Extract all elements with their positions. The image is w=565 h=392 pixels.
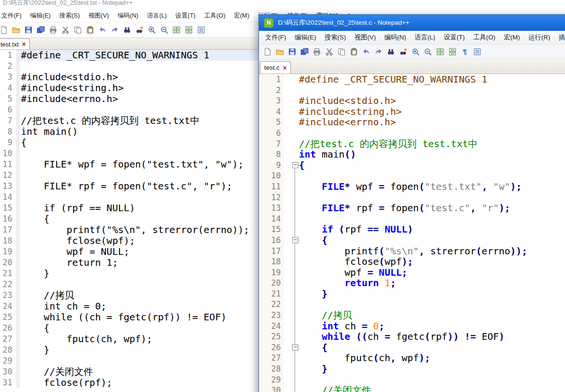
copy-icon[interactable]: [336, 47, 347, 57]
new-file-icon[interactable]: [0, 25, 9, 36]
replace-icon[interactable]: [398, 47, 408, 57]
menu-item[interactable]: 编码(N): [380, 33, 410, 42]
fold-collapse-icon[interactable]: [292, 345, 298, 351]
token-pln: [299, 309, 322, 321]
menu-item[interactable]: 运行(R): [524, 33, 555, 42]
save-icon[interactable]: [287, 47, 297, 57]
copy-icon[interactable]: [72, 25, 83, 36]
sync-h-icon[interactable]: [183, 25, 194, 36]
fold-margin: [284, 256, 296, 267]
menu-item[interactable]: 文件(F): [0, 11, 26, 20]
notepadpp-window-test-c[interactable]: N D:\码云库\2022\test_02_25\test.c - Notepa…: [259, 14, 565, 392]
token-kw: NULL: [385, 224, 408, 235]
token-op: ((: [356, 331, 367, 342]
cut-icon[interactable]: [324, 47, 334, 57]
zoom-in-icon[interactable]: [410, 47, 421, 57]
menu-item[interactable]: 文件(F): [261, 33, 290, 42]
open-folder-icon[interactable]: [274, 47, 285, 57]
menu-item[interactable]: 插件(P): [555, 33, 565, 42]
token-pln: wpf: [350, 181, 379, 192]
redo-icon[interactable]: [109, 25, 120, 36]
fold-margin: [284, 353, 296, 364]
token-pln: wpf: [299, 267, 368, 278]
code-text: //把test.c 的内容拷贝到 test.txt中: [296, 139, 565, 149]
doc-list-icon[interactable]: [195, 25, 206, 36]
undo-icon[interactable]: [97, 25, 108, 36]
sync-h-icon[interactable]: [447, 47, 458, 57]
fold-collapse-icon[interactable]: [292, 237, 298, 243]
fold-line: [295, 331, 295, 342]
menu-item[interactable]: 编辑(E): [290, 33, 320, 42]
sync-v-icon[interactable]: [171, 25, 182, 36]
menu-item[interactable]: 搜索(S): [55, 11, 84, 20]
line-number: 29: [0, 355, 16, 366]
menu-item[interactable]: 编辑(E): [26, 11, 55, 20]
line-number: 1: [259, 74, 284, 85]
menu-item[interactable]: 语言(L): [410, 33, 440, 42]
token-op: =: [385, 331, 390, 342]
fold-line: [295, 310, 295, 321]
zoom-out-icon[interactable]: [158, 25, 169, 36]
find-icon[interactable]: [121, 25, 132, 36]
token-pln: errno: [482, 245, 510, 257]
menu-item[interactable]: 宏(M): [500, 33, 524, 42]
menu-item[interactable]: 编码(N): [113, 11, 143, 20]
save-all-icon[interactable]: [299, 47, 310, 57]
fold-margin: [284, 149, 296, 160]
menu-item[interactable]: 设置(T): [440, 33, 469, 42]
undo-icon[interactable]: [361, 47, 371, 57]
open-folder-icon[interactable]: [10, 25, 21, 36]
code-line: 11 FILE* wpf = fopen("test.txt", "w");: [259, 181, 565, 192]
line-number: 4: [0, 83, 16, 93]
token-pln: fclose: [299, 256, 379, 267]
menu-item[interactable]: 工具(O): [469, 33, 500, 42]
menu-item[interactable]: 宏(M): [230, 11, 254, 20]
replace-icon[interactable]: [134, 25, 145, 36]
menu-item[interactable]: 语言(L): [143, 11, 171, 20]
paste-icon[interactable]: [84, 25, 95, 36]
sync-v-icon[interactable]: [435, 47, 445, 57]
code-line: 7//把test.c 的内容拷贝到 test.txt中: [259, 139, 565, 149]
code-line: 27 fputc(ch, wpf);: [259, 353, 565, 364]
token-op: (: [425, 331, 430, 342]
line-number: 5: [0, 93, 16, 104]
fold-collapse-icon[interactable]: [292, 162, 298, 168]
menu-item[interactable]: 视图(V): [84, 11, 113, 20]
window-title-bar[interactable]: N D:\码云库\2022\test_02_25\test.c - Notepa…: [259, 15, 565, 31]
fold-margin: [284, 342, 296, 353]
cut-icon[interactable]: [60, 25, 71, 36]
show-symbol-icon[interactable]: ¶: [459, 47, 470, 57]
menu-item[interactable]: 工具(O): [200, 11, 230, 20]
token-op: (: [419, 181, 425, 192]
doc-list-icon[interactable]: [472, 47, 482, 57]
save-all-icon[interactable]: [35, 25, 46, 36]
code-text: {: [296, 342, 565, 353]
code-editor[interactable]: 1#define _CRT_SECURE_NO_WARNINGS 123#inc…: [259, 74, 565, 392]
print-icon[interactable]: [311, 47, 322, 57]
zoom-out-icon[interactable]: [422, 47, 433, 57]
menu-item[interactable]: 设置(T): [171, 11, 200, 20]
tab-label: test.c: [264, 64, 279, 71]
code-line: 10: [259, 170, 565, 181]
find-icon[interactable]: [385, 47, 396, 57]
close-icon[interactable]: ×: [283, 65, 287, 71]
paste-icon[interactable]: [348, 47, 359, 57]
window-title-bar[interactable]: D:\码云库\2022\test_02_25\test.txt - Notepa…: [0, 0, 565, 9]
tab-test-c[interactable]: test.c ×: [260, 61, 291, 74]
line-number: 9: [259, 160, 284, 171]
print-icon[interactable]: [47, 25, 58, 36]
tab-test-txt[interactable]: test.txt ×: [0, 38, 30, 49]
line-number: 24: [259, 321, 284, 332]
menu-item[interactable]: 视图(V): [350, 33, 380, 42]
menu-item[interactable]: 搜索(S): [320, 33, 350, 42]
zoom-in-icon[interactable]: [146, 25, 157, 36]
redo-icon[interactable]: [373, 47, 384, 57]
token-pln: [299, 224, 322, 235]
code-line: 14: [259, 214, 565, 224]
new-file-icon[interactable]: [262, 47, 273, 57]
code-text: int ch = 0;: [296, 321, 565, 332]
line-number: 1: [0, 50, 16, 61]
save-icon[interactable]: [23, 25, 34, 36]
close-icon[interactable]: ×: [22, 41, 26, 47]
code-text: FILE* wpf = fopen("test.txt", "w");: [296, 181, 565, 192]
